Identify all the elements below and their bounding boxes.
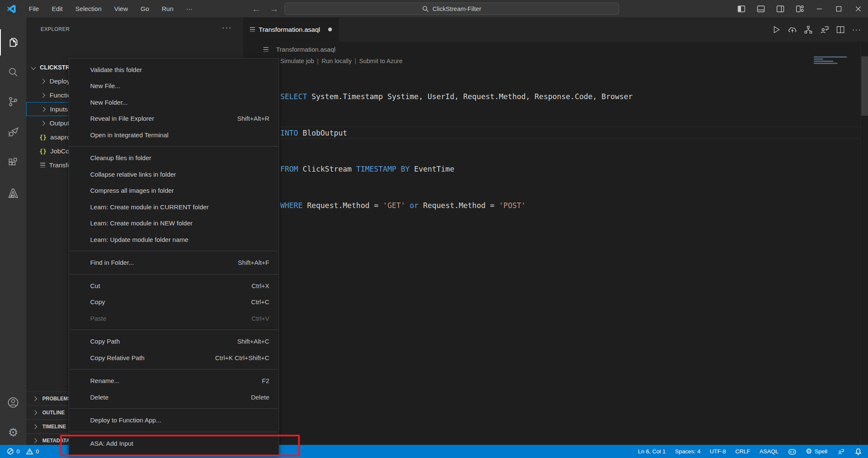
azure-icon[interactable]	[0, 180, 26, 206]
sidebar-title: EXPLORER	[41, 26, 70, 32]
menu-find-in-folder[interactable]: Find in Folder...Shift+Alt+F	[69, 255, 279, 271]
maximize-button[interactable]	[829, 0, 849, 17]
toggle-panel-icon[interactable]	[751, 0, 771, 17]
copilot-icon[interactable]	[788, 448, 796, 455]
menu-validate-folder[interactable]: Validate this folder	[69, 61, 279, 78]
indentation[interactable]: Spaces: 4	[675, 448, 700, 455]
extensions-icon[interactable]	[0, 150, 26, 176]
menu-view[interactable]: View	[108, 0, 134, 17]
spell-gear-icon: ⚙	[806, 448, 812, 455]
vscode-logo-icon	[6, 4, 17, 14]
feedback-smiley-icon[interactable]	[837, 448, 845, 455]
codelens-separator: |	[352, 58, 359, 64]
menu-reveal-explorer[interactable]: Reveal in File ExplorerShift+Alt+R	[69, 111, 279, 127]
codelens-run-locally[interactable]: Run locally	[322, 58, 352, 64]
toggle-primary-sidebar-icon[interactable]	[732, 0, 751, 17]
nav-back-icon[interactable]: ←	[247, 4, 266, 14]
problems-status[interactable]: 0 0	[7, 448, 39, 455]
menu-more[interactable]: ···	[180, 0, 199, 17]
explorer-icon[interactable]	[0, 29, 26, 56]
menu-copy-relative-path[interactable]: Copy Relative PathCtrl+K Ctrl+Shift+C	[69, 350, 279, 366]
tab-strip: Transformation.asaql ···	[243, 17, 868, 42]
tab-transformation[interactable]: Transformation.asaql	[243, 17, 339, 42]
chevron-right-icon	[40, 79, 45, 83]
encoding[interactable]: UTF-8	[710, 448, 726, 455]
notifications-bell-icon[interactable]	[854, 448, 862, 455]
menu-deploy-function-app[interactable]: Deploy to Function App...	[69, 412, 279, 429]
nav-forward-icon[interactable]: →	[265, 4, 284, 14]
menu-run[interactable]: Run	[155, 0, 180, 17]
menu-collapse-links[interactable]: Collapse relative links in folder	[69, 166, 279, 183]
sidebar-more-icon[interactable]: ···	[222, 23, 232, 32]
customize-layout-icon[interactable]	[790, 0, 810, 17]
section-label: OUTLINE	[42, 410, 65, 416]
code-area[interactable]: SELECT System.Timestamp Systime, UserId,…	[280, 67, 633, 236]
eol-sequence[interactable]: CRLF	[735, 448, 750, 455]
menu-open-terminal[interactable]: Open in Integrated Terminal	[69, 127, 279, 143]
tree-item-label: Deploy	[50, 78, 70, 85]
section-label: TIMELINE	[42, 424, 66, 430]
tab-label: Transformation.asaql	[259, 26, 320, 33]
breadcrumb[interactable]: Transformation.asaql	[243, 42, 868, 57]
asaql-file-icon	[263, 47, 268, 52]
cloud-upload-icon[interactable]	[784, 22, 800, 38]
run-debug-icon[interactable]	[0, 119, 26, 145]
language-mode[interactable]: ASAQL	[760, 448, 779, 455]
menu-cleanup-files[interactable]: Cleanup files in folder	[69, 150, 279, 167]
menu-new-folder[interactable]: New Folder...	[69, 94, 279, 111]
codelens-simulate-job[interactable]: Simulate job	[280, 58, 314, 64]
feedback-icon[interactable]	[816, 22, 832, 38]
menu-learn-create-current[interactable]: Learn: Create module in CURRENT folder	[69, 199, 279, 215]
json-file-icon: {}	[39, 134, 47, 141]
menu-edit[interactable]: Edit	[45, 0, 69, 17]
asaql-file-icon	[250, 27, 255, 32]
menu-file[interactable]: File	[22, 0, 45, 17]
menu-copy[interactable]: CopyCtrl+C	[69, 294, 279, 311]
code-line: FROM ClickStream TIMESTAMP BY EventTime	[280, 163, 633, 175]
minimize-button[interactable]	[810, 0, 829, 17]
menu-compress-images[interactable]: Compress all images in folder	[69, 183, 279, 199]
tree-item-label: Inputs	[50, 105, 68, 113]
split-editor-icon[interactable]	[832, 22, 849, 38]
close-button[interactable]	[849, 0, 868, 17]
title-bar: File Edit Selection View Go Run ··· ← → …	[0, 0, 868, 17]
menu-separator	[69, 432, 278, 432]
annotation-red-box	[60, 435, 300, 456]
menu-copy-path[interactable]: Copy PathShift+Alt+C	[69, 333, 279, 350]
menu-rename[interactable]: Rename...F2	[69, 373, 279, 389]
search-view-icon[interactable]	[0, 59, 26, 85]
modified-dot-icon[interactable]	[328, 28, 332, 31]
editor-scrollbar[interactable]	[860, 42, 868, 445]
menu-learn-update-name[interactable]: Learn: Update module folder name	[69, 231, 279, 248]
command-center-search[interactable]: ClickStream-Filter	[285, 3, 619, 15]
current-line-highlight	[279, 127, 860, 139]
menu-delete[interactable]: DeleteDelete	[69, 389, 279, 405]
error-icon	[7, 448, 14, 455]
job-diagram-icon[interactable]	[800, 22, 816, 38]
toggle-secondary-sidebar-icon[interactable]	[771, 0, 790, 17]
menu-separator	[69, 369, 278, 369]
menu-separator	[69, 274, 278, 275]
explorer-context-menu: Validate this folder New File... New Fol…	[69, 58, 279, 455]
cursor-position[interactable]: Ln 6, Col 1	[638, 448, 666, 455]
scrollbar-thumb[interactable]	[861, 56, 868, 116]
minimap[interactable]	[814, 56, 848, 65]
chevron-right-icon	[32, 438, 37, 443]
menu-separator	[69, 408, 278, 409]
menu-go[interactable]: Go	[134, 0, 155, 17]
run-icon[interactable]	[768, 22, 784, 38]
menu-cut[interactable]: CutCtrl+X	[69, 278, 279, 294]
source-control-icon[interactable]	[0, 89, 26, 115]
chevron-right-icon	[32, 424, 37, 429]
menu-learn-create-new[interactable]: Learn: Create module in NEW folder	[69, 215, 279, 232]
account-icon[interactable]	[0, 389, 26, 416]
menu-new-file[interactable]: New File...	[69, 78, 279, 94]
settings-gear-icon[interactable]: ⚙	[0, 419, 26, 445]
more-actions-icon[interactable]: ···	[849, 22, 865, 38]
spell-checker-status[interactable]: ⚙ Spell	[806, 448, 827, 455]
sidebar-header: EXPLORER ···	[26, 17, 243, 41]
asaql-file-icon	[40, 163, 45, 167]
menu-selection[interactable]: Selection	[69, 0, 108, 17]
activity-bar: ⚙	[0, 17, 26, 458]
codelens-submit-azure[interactable]: Submit to Azure	[359, 58, 402, 64]
